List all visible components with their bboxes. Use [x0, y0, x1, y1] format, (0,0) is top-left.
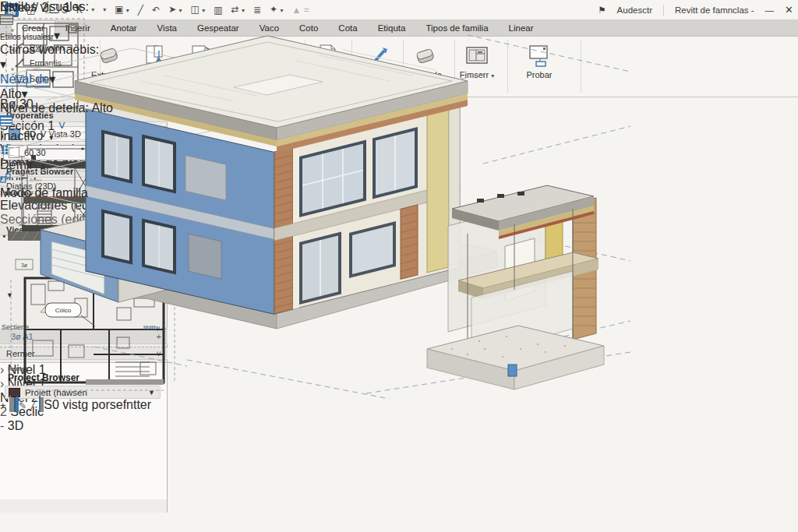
- view-bar-text: S0 vistg porsefntter: [44, 398, 151, 411]
- styles-label: Estilos visuales:: [0, 0, 113, 14]
- divider: [663, 5, 664, 16]
- detail-level-text: Nivel de detelia: Alto: [0, 101, 113, 115]
- styles-dropdown[interactable]: Etiilos visualesr▾: [0, 28, 72, 43]
- minimize-button[interactable]: —: [765, 5, 775, 15]
- view-control-bar: + ✎ ╱ S0 vistg porsefntter: [0, 398, 185, 412]
- define-dropdown[interactable]: Defnir▾: [0, 158, 113, 172]
- application-window: ▦ ◱ ∟ S K ▾ ▾ ▣ ▾ ╱ ↶ ➤ ▾ ◫ ▾ ▥ ⇄ ▾ ≣ ✦ …: [0, 0, 798, 532]
- pencil-icon[interactable]: ✎: [19, 400, 26, 411]
- styles-icon: [0, 14, 113, 28]
- inactive-dropdown[interactable]: Inactivo▾: [0, 129, 113, 143]
- window-title: Revitt de famnclas -: [675, 5, 754, 15]
- pen-icon[interactable]: ╱: [30, 400, 36, 411]
- small-dropdown[interactable]: ▾: [0, 57, 20, 72]
- add-icon[interactable]: +: [0, 400, 6, 411]
- family-mode-label[interactable]: Modo de familla: [0, 186, 113, 200]
- close-button[interactable]: ✕: [785, 4, 793, 16]
- dots-icon[interactable]: ⠿: [0, 143, 113, 158]
- criteria-label: Ctiiros wornaèbis:: [0, 43, 113, 57]
- status-bar: Estilos visuales: Etiilos visualesr▾ Cti…: [0, 0, 113, 200]
- alto-dropdown[interactable]: Alto▾: [0, 86, 112, 101]
- nivel-dropdown[interactable]: Néval de▾: [0, 72, 61, 86]
- family-mode-icon: [0, 172, 113, 186]
- tree-item-3d[interactable]: - 3D: [0, 419, 167, 433]
- table-icon: [0, 115, 113, 129]
